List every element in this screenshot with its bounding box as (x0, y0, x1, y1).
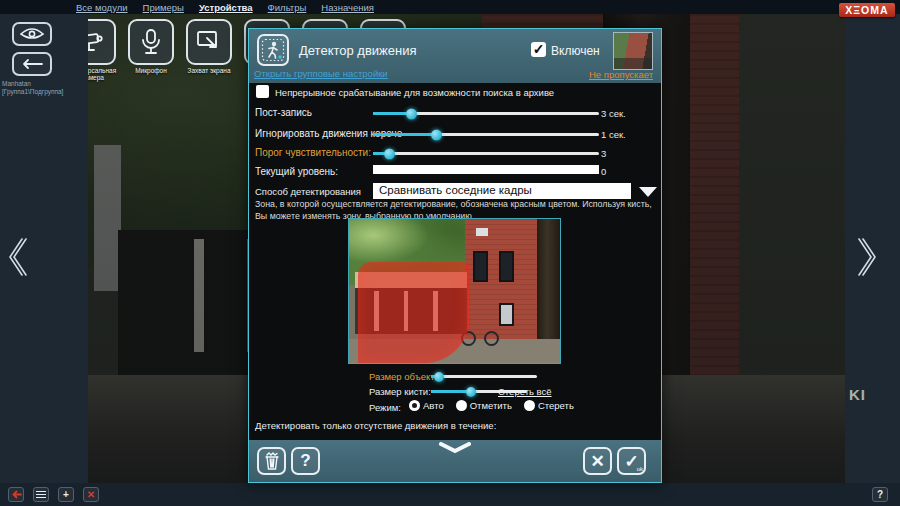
detection-method-dropdown[interactable]: Сравнивать соседние кадры (373, 183, 631, 199)
prev-camera-chevron[interactable] (4, 236, 30, 278)
current-level-bar (373, 165, 599, 174)
group-settings-link[interactable]: Открыть групповые настройки (254, 68, 388, 79)
xeoma-app-window: Все модули Примеры Устройства Фильтры На… (0, 0, 900, 506)
sensitivity-threshold-slider[interactable] (373, 152, 599, 155)
post-record-value: 3 сек. (601, 108, 626, 119)
post-record-label: Пост-запись (255, 107, 312, 118)
question-icon: ? (300, 451, 310, 471)
ok-small-label: ok (637, 466, 643, 472)
background-sign-text: KI (849, 386, 866, 403)
slider-handle[interactable] (431, 129, 442, 140)
close-icon: ✕ (590, 451, 604, 472)
preview-window (499, 251, 514, 283)
delete-module-button[interactable] (257, 447, 286, 475)
bottom-bar: + ✕ ? (0, 483, 900, 506)
chevron-down-icon[interactable] (639, 187, 657, 197)
detection-method-label: Способ детектирования (255, 186, 361, 197)
dialog-content: Непрерывное срабатывание для возможности… (249, 83, 661, 442)
absence-detection-label: Детектировать только отсутствие движения… (255, 420, 496, 431)
question-icon: ? (877, 490, 883, 500)
continuous-checkbox-label: Непрерывное срабатывание для возможности… (275, 87, 554, 98)
mode-option-label: Стереть (538, 400, 574, 411)
left-sidebar: Manhatan [Группа1\Подгруппа] (0, 14, 88, 483)
module-microphone[interactable]: Микрофон (123, 19, 179, 74)
help-button-global[interactable]: ? (872, 487, 888, 502)
camera-thumbnail[interactable] (613, 32, 653, 70)
menu-item-examples[interactable]: Примеры (143, 2, 184, 13)
check-icon: ✓ (533, 41, 545, 57)
mode-option-mark[interactable]: Отметить (456, 400, 512, 411)
radio-icon[interactable] (409, 400, 420, 411)
motion-detector-dialog: Детектор движения ✓ Включен Открыть груп… (248, 28, 662, 483)
menu-item-destinations[interactable]: Назначения (321, 2, 374, 13)
menu-item-all-modules[interactable]: Все модули (76, 2, 128, 13)
next-camera-chevron[interactable] (855, 236, 881, 278)
cancel-button[interactable]: ✕ (583, 447, 612, 475)
camera-list-button[interactable] (33, 487, 49, 502)
enabled-label: Включен (551, 44, 600, 58)
back-arrow-icon (20, 58, 44, 70)
camera-name: Manhatan [Группа1\Подгруппа] (2, 80, 63, 97)
continuous-checkbox[interactable] (256, 85, 269, 98)
top-menu-bar: Все модули Примеры Устройства Фильтры На… (0, 0, 900, 14)
microphone-icon[interactable] (128, 19, 174, 65)
menu-item-devices[interactable]: Устройства (199, 2, 253, 13)
add-camera-button[interactable]: + (58, 487, 74, 502)
motion-detector-icon (257, 34, 289, 66)
slider-handle[interactable] (384, 148, 395, 159)
xeoma-logo: XΞOMA (839, 3, 895, 17)
eye-icon (19, 27, 45, 41)
preview-window (473, 251, 488, 283)
menu-item-filters[interactable]: Фильтры (268, 2, 307, 13)
mode-option-label: Отметить (470, 400, 512, 411)
red-back-arrow-icon (11, 490, 22, 499)
dialog-title: Детектор движения (299, 43, 417, 58)
plus-icon: + (63, 490, 69, 500)
mode-label: Режим: (369, 402, 401, 413)
slider-handle[interactable] (466, 387, 476, 397)
view-mode-button[interactable] (12, 22, 52, 46)
remove-camera-button[interactable]: ✕ (83, 487, 99, 502)
current-level-label: Текущий уровень: (255, 166, 338, 177)
module-screen-capture[interactable]: Захват экрана (181, 19, 237, 74)
radio-icon[interactable] (524, 400, 535, 411)
slider-handle[interactable] (434, 372, 444, 382)
help-button[interactable]: ? (291, 447, 320, 475)
module-label: Микрофон (123, 67, 179, 74)
current-level-value: 0 (601, 166, 606, 177)
ignore-short-motion-slider[interactable] (373, 133, 599, 136)
module-label: Захват экрана (181, 67, 237, 74)
detection-zone-overlay (358, 262, 470, 363)
sensitivity-threshold-value: 3 (601, 148, 606, 159)
preview-ac-unit (499, 303, 514, 326)
object-size-slider[interactable] (431, 375, 537, 378)
mode-option-erase[interactable]: Стереть (524, 400, 574, 411)
enabled-checkbox[interactable]: ✓ (531, 42, 546, 57)
ok-button[interactable]: ✓ ok (617, 447, 646, 475)
back-button[interactable] (12, 52, 52, 76)
radio-icon[interactable] (456, 400, 467, 411)
slider-handle[interactable] (406, 108, 417, 119)
dialog-footer: ? ✕ ✓ ok (249, 440, 661, 482)
dialog-header: Детектор движения ✓ Включен Открыть груп… (249, 29, 661, 83)
preview-bicycle-wheel (484, 331, 499, 346)
expand-more-chevron[interactable] (435, 442, 475, 454)
brush-size-label: Размер кисти: (369, 386, 431, 397)
mode-option-label: Авто (423, 400, 444, 411)
status-link[interactable]: Не пропускает (589, 69, 653, 80)
ignore-short-motion-value: 1 сек. (601, 129, 626, 140)
mode-option-auto[interactable]: Авто (409, 400, 444, 411)
preview-ac-unit (476, 228, 489, 237)
right-sidebar: KI (845, 14, 900, 483)
red-close-icon: ✕ (87, 490, 95, 500)
post-record-slider[interactable] (373, 112, 599, 115)
trash-icon (263, 451, 281, 471)
zone-preview-canvas[interactable] (348, 218, 561, 364)
disconnect-button[interactable] (8, 487, 24, 502)
sensitivity-threshold-label: Порог чувствительности: (255, 147, 371, 158)
list-icon (36, 490, 46, 499)
erase-all-link[interactable]: Стереть всё (498, 386, 552, 397)
screen-capture-icon[interactable] (186, 19, 232, 65)
